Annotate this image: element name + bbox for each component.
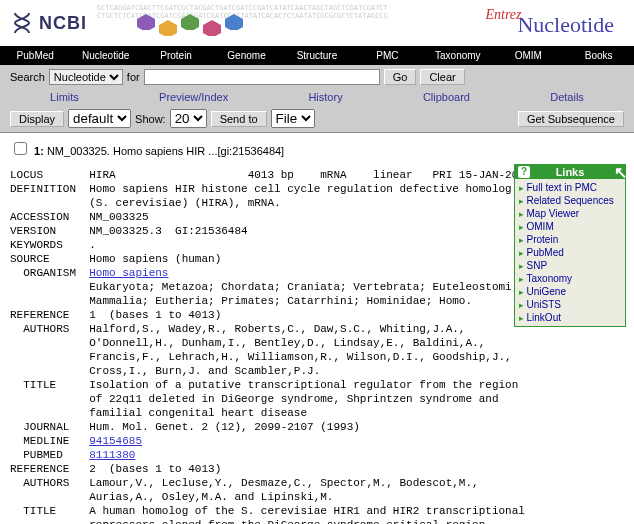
clear-button[interactable]: Clear bbox=[420, 69, 464, 85]
help-icon[interactable]: ? bbox=[518, 166, 530, 178]
link-pubmed[interactable]: PubMed bbox=[517, 246, 623, 259]
svg-marker-3 bbox=[203, 20, 221, 36]
display-button[interactable]: Display bbox=[10, 111, 64, 127]
search-label: Search bbox=[10, 71, 45, 83]
link-omim[interactable]: OMIM bbox=[517, 220, 623, 233]
show-count-select[interactable]: 20 bbox=[170, 109, 207, 128]
nav-pmc[interactable]: PMC bbox=[352, 48, 422, 63]
svg-marker-1 bbox=[159, 20, 177, 36]
record-title: NM_003325. Homo sapiens HIR ...[gi:21536… bbox=[47, 145, 284, 157]
cursor-icon: ↖ bbox=[614, 163, 627, 182]
sendto-select[interactable]: File bbox=[271, 109, 315, 128]
ncbi-logo[interactable]: NCBI bbox=[10, 11, 87, 35]
hexagon-icon bbox=[181, 14, 199, 30]
clipboard-link[interactable]: Clipboard bbox=[423, 91, 470, 103]
search-db-select[interactable]: Nucleotide bbox=[49, 69, 123, 85]
sub-nav: Limits Preview/Index History Clipboard D… bbox=[0, 89, 634, 105]
link-linkout[interactable]: LinkOut bbox=[517, 311, 623, 324]
search-input[interactable] bbox=[144, 69, 380, 85]
link-unists[interactable]: UniSTS bbox=[517, 298, 623, 311]
hexagon-icon bbox=[225, 14, 243, 30]
ncbi-helix-icon bbox=[10, 11, 34, 35]
hexagon-icon bbox=[159, 20, 177, 36]
display-bar: Display default Show: 20 Send to File Ge… bbox=[0, 105, 634, 133]
limits-link[interactable]: Limits bbox=[50, 91, 79, 103]
hexagon-icon bbox=[203, 20, 221, 36]
link-snp[interactable]: SNP bbox=[517, 259, 623, 272]
sendto-button[interactable]: Send to bbox=[211, 111, 267, 127]
nav-nucleotide[interactable]: Nucleotide bbox=[70, 48, 140, 63]
links-header: ? Links ↖ bbox=[515, 165, 625, 179]
record-header: 1: NM_003325. Homo sapiens HIR ...[gi:21… bbox=[0, 133, 634, 164]
ncbi-text: NCBI bbox=[39, 13, 87, 34]
preview-link[interactable]: Preview/Index bbox=[159, 91, 228, 103]
svg-marker-2 bbox=[181, 14, 199, 30]
link-pmc[interactable]: Full text in PMC bbox=[517, 181, 623, 194]
go-button[interactable]: Go bbox=[384, 69, 417, 85]
nav-protein[interactable]: Protein bbox=[141, 48, 211, 63]
link-unigene[interactable]: UniGene bbox=[517, 285, 623, 298]
history-link[interactable]: History bbox=[308, 91, 342, 103]
top-nav: PubMed Nucleotide Protein Genome Structu… bbox=[0, 46, 634, 65]
link-taxonomy[interactable]: Taxonomy bbox=[517, 272, 623, 285]
nav-genome[interactable]: Genome bbox=[211, 48, 281, 63]
nav-taxonomy[interactable]: Taxonomy bbox=[423, 48, 493, 63]
nav-books[interactable]: Books bbox=[564, 48, 634, 63]
link-mapviewer[interactable]: Map Viewer bbox=[517, 207, 623, 220]
database-title: EntrezNucleotide bbox=[517, 12, 614, 38]
svg-marker-0 bbox=[137, 14, 155, 30]
format-select[interactable]: default bbox=[68, 109, 131, 128]
search-bar: Search Nucleotide for Go Clear bbox=[0, 65, 634, 89]
svg-marker-4 bbox=[225, 14, 243, 30]
show-label: Show: bbox=[135, 113, 166, 125]
header: NCBI GCTCAGGATCGACTTCGATCGCTACGACTGATCGA… bbox=[0, 0, 634, 46]
nav-omim[interactable]: OMIM bbox=[493, 48, 563, 63]
medline-link[interactable]: 94154685 bbox=[89, 435, 142, 447]
organism-link[interactable]: Homo sapiens bbox=[89, 267, 168, 279]
links-panel: ? Links ↖ Full text in PMC Related Seque… bbox=[514, 164, 626, 327]
nav-structure[interactable]: Structure bbox=[282, 48, 352, 63]
link-related[interactable]: Related Sequences bbox=[517, 194, 623, 207]
record-checkbox[interactable] bbox=[14, 142, 27, 155]
get-subsequence-button[interactable]: Get Subsequence bbox=[518, 111, 624, 127]
link-protein[interactable]: Protein bbox=[517, 233, 623, 246]
hexagon-icon bbox=[137, 14, 155, 30]
nav-pubmed[interactable]: PubMed bbox=[0, 48, 70, 63]
banner-art: GCTCAGGATCGACTTCGATCGCTACGACTGATCGATCCGA… bbox=[97, 4, 624, 42]
for-label: for bbox=[127, 71, 140, 83]
pubmed-link[interactable]: 8111380 bbox=[89, 449, 135, 461]
details-link[interactable]: Details bbox=[550, 91, 584, 103]
